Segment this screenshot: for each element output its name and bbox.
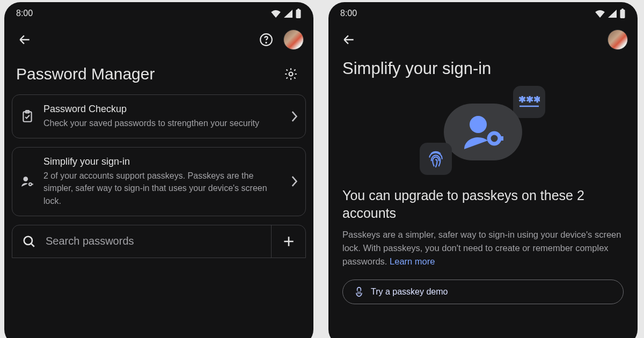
- status-time: 8:00: [340, 9, 357, 18]
- clipboard-check-icon: [20, 109, 35, 123]
- card-title: Simplify your sign-in: [43, 156, 282, 167]
- person-key-icon: [20, 174, 35, 188]
- wifi-icon: [595, 9, 605, 18]
- page-title: Password Manager: [16, 65, 155, 83]
- help-button[interactable]: [255, 29, 277, 50]
- svg-point-4: [289, 72, 293, 76]
- svg-rect-0: [296, 10, 301, 18]
- password-manager-screen: 8:00 Password Manager: [4, 2, 313, 338]
- top-bar: [4, 21, 313, 58]
- search-input[interactable]: Search passwords: [12, 234, 271, 248]
- simplify-signin-screen: 8:00 Simplify your sign-in ✱✱✱: [328, 2, 638, 338]
- chevron-right-icon: [290, 111, 298, 122]
- password-checkup-card[interactable]: Password Checkup Check your saved passwo…: [12, 94, 306, 138]
- search-row: Search passwords: [12, 225, 306, 258]
- svg-rect-10: [620, 10, 625, 18]
- section-body: Passkeys are a simpler, safer way to sig…: [328, 226, 638, 275]
- status-time: 8:00: [16, 9, 33, 18]
- password-dots-icon: ✱✱✱: [513, 86, 545, 118]
- svg-text:✱✱✱: ✱✱✱: [518, 96, 540, 105]
- chevron-right-icon: [290, 175, 298, 187]
- svg-point-8: [29, 183, 32, 186]
- card-subtitle: Check your saved passwords to strengthen…: [43, 117, 282, 129]
- section-title: You can upgrade to passkeys on these 2 a…: [328, 180, 638, 226]
- page-header: Password Manager: [4, 58, 313, 94]
- try-passkey-demo-button[interactable]: Try a passkey demo: [342, 280, 624, 304]
- status-icons: [270, 9, 302, 18]
- svg-rect-1: [297, 9, 299, 10]
- svg-point-7: [23, 177, 28, 182]
- signal-icon: [283, 9, 293, 18]
- signal-icon: [608, 9, 617, 18]
- back-button[interactable]: [14, 29, 35, 50]
- svg-point-14: [470, 116, 487, 133]
- battery-icon: [295, 9, 302, 18]
- person-key-bubble-icon: [444, 104, 522, 160]
- add-password-button[interactable]: [271, 225, 305, 258]
- card-subtitle: 2 of your accounts support passkeys. Pas…: [43, 170, 282, 207]
- search-placeholder: Search passwords: [46, 235, 134, 247]
- battery-icon: [619, 9, 626, 18]
- hero-title: Simplify your sign-in: [328, 58, 638, 84]
- svg-rect-16: [498, 136, 503, 141]
- top-bar: [328, 21, 638, 58]
- profile-avatar[interactable]: [608, 30, 628, 50]
- learn-more-link[interactable]: Learn more: [390, 256, 435, 266]
- passkey-illustration: ✱✱✱: [328, 84, 638, 180]
- svg-rect-11: [621, 9, 624, 10]
- card-title: Password Checkup: [43, 104, 282, 115]
- simplify-signin-card[interactable]: Simplify your sign-in 2 of your accounts…: [12, 147, 306, 216]
- settings-button[interactable]: [280, 63, 302, 85]
- status-bar: 8:00: [4, 2, 313, 21]
- search-icon: [22, 234, 36, 248]
- touch-icon: [354, 286, 364, 297]
- wifi-icon: [270, 9, 281, 18]
- status-icons: [595, 9, 626, 18]
- fingerprint-icon: [420, 143, 452, 175]
- demo-button-label: Try a passkey demo: [371, 287, 448, 297]
- back-button[interactable]: [338, 29, 360, 50]
- svg-point-3: [266, 42, 266, 43]
- status-bar: 8:00: [328, 2, 638, 21]
- profile-avatar[interactable]: [283, 30, 304, 50]
- section-body-text: Passkeys are a simpler, safer way to sig…: [342, 230, 621, 266]
- svg-point-9: [24, 237, 32, 245]
